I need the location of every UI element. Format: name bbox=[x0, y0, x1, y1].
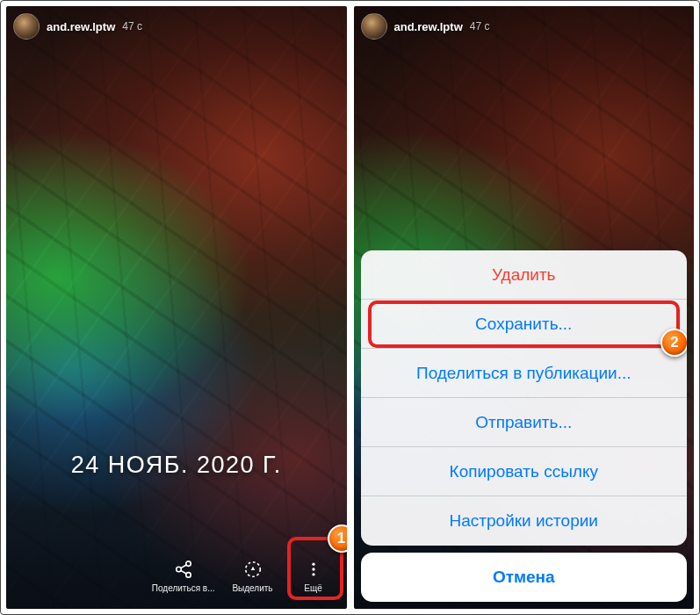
sheet-copy-link-label: Копировать ссылку bbox=[450, 462, 598, 481]
phone-right: and.rew.lptw 47 с Удалить Сохранить... 2 bbox=[354, 6, 695, 609]
username-label[interactable]: and.rew.lptw bbox=[394, 20, 463, 33]
svg-point-8 bbox=[312, 573, 314, 575]
svg-line-4 bbox=[181, 570, 186, 574]
svg-point-6 bbox=[312, 562, 314, 565]
sheet-delete[interactable]: Удалить bbox=[361, 250, 688, 300]
sheet-save[interactable]: Сохранить... bbox=[361, 300, 688, 349]
more-button[interactable]: Ещё bbox=[291, 559, 336, 594]
sheet-group: Удалить Сохранить... 2 Поделиться в публ… bbox=[361, 250, 688, 546]
sheet-cancel-label: Отмена bbox=[493, 568, 555, 587]
sheet-save-label: Сохранить... bbox=[475, 315, 572, 334]
sheet-delete-label: Удалить bbox=[492, 265, 556, 285]
sheet-copy-link[interactable]: Копировать ссылку bbox=[361, 447, 688, 496]
sheet-share-post[interactable]: Поделиться в публикации... bbox=[361, 349, 688, 398]
story-background bbox=[6, 6, 347, 609]
timestamp-label: 47 с bbox=[470, 20, 490, 33]
action-sheet: Удалить Сохранить... 2 Поделиться в публ… bbox=[361, 250, 688, 602]
sheet-story-settings[interactable]: Настройки истории bbox=[361, 496, 688, 546]
phone-left: and.rew.lptw 47 с 24 НОЯБ. 2020 Г. Подел… bbox=[6, 6, 347, 609]
sheet-cancel[interactable]: Отмена bbox=[361, 553, 688, 602]
bottom-actions: Поделиться в... Выделить Ещё bbox=[152, 559, 336, 594]
highlight-icon bbox=[243, 559, 263, 580]
svg-line-3 bbox=[181, 564, 186, 568]
story-header: and.rew.lptw 47 с bbox=[361, 13, 490, 40]
sheet-story-settings-label: Настройки истории bbox=[450, 511, 598, 531]
story-header: and.rew.lptw 47 с bbox=[13, 13, 142, 40]
svg-point-7 bbox=[312, 568, 314, 570]
highlight-button[interactable]: Выделить bbox=[224, 559, 282, 594]
svg-point-0 bbox=[185, 561, 191, 566]
avatar[interactable] bbox=[361, 13, 387, 40]
share-icon bbox=[174, 559, 193, 580]
avatar[interactable] bbox=[13, 13, 40, 40]
svg-point-2 bbox=[185, 572, 191, 577]
highlight-label: Выделить bbox=[232, 583, 272, 594]
username-label[interactable]: and.rew.lptw bbox=[47, 20, 115, 33]
more-label: Ещё bbox=[304, 583, 321, 594]
svg-point-1 bbox=[176, 567, 181, 572]
share-label: Поделиться в... bbox=[152, 583, 215, 594]
share-button[interactable]: Поделиться в... bbox=[152, 559, 215, 594]
screenshot-pair: and.rew.lptw 47 с 24 НОЯБ. 2020 Г. Подел… bbox=[0, 0, 700, 615]
date-stamp: 24 НОЯБ. 2020 Г. bbox=[71, 452, 282, 479]
more-icon bbox=[305, 559, 322, 580]
sheet-share-post-label: Поделиться в публикации... bbox=[416, 364, 631, 383]
timestamp-label: 47 с bbox=[122, 20, 142, 33]
sheet-send[interactable]: Отправить... bbox=[361, 398, 688, 447]
sheet-send-label: Отправить... bbox=[475, 413, 572, 432]
